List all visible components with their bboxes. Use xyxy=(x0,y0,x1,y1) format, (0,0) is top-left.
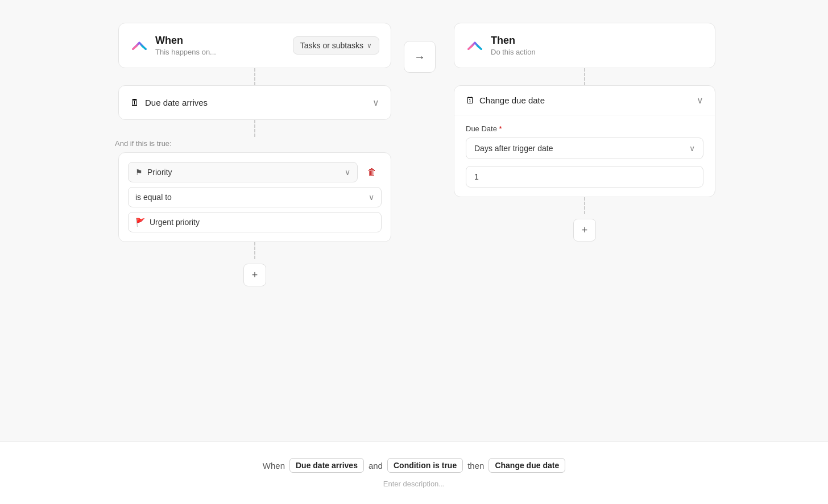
connector-line-1 xyxy=(254,68,255,85)
days-value-input[interactable]: 1 xyxy=(466,166,703,188)
operator-label: is equal to xyxy=(135,193,364,202)
trash-icon: 🗑 xyxy=(367,167,376,177)
description-input[interactable]: Enter description... xyxy=(383,480,445,488)
action-card: 🗓 Change due date ∨ Due Date * Days afte… xyxy=(454,85,715,197)
due-date-field-label: Due Date * xyxy=(466,124,703,133)
summary-trigger-badge[interactable]: Due date arrives xyxy=(289,458,364,473)
when-card-text: When This happens on... xyxy=(155,35,216,56)
tasks-dropdown[interactable]: Tasks or subtasks ∨ xyxy=(293,36,379,55)
action-calendar-icon: 🗓 xyxy=(466,95,475,106)
connector-line-2 xyxy=(254,120,255,137)
flow-arrow: → xyxy=(397,40,442,74)
then-card: Then Do this action xyxy=(454,23,715,68)
action-fields: Due Date * Days after trigger date ∨ 1 xyxy=(454,115,715,197)
condition-label: And if this is true: xyxy=(113,139,172,148)
when-card: When This happens on... Tasks or subtask… xyxy=(118,23,391,68)
action-label: Change due date xyxy=(479,95,692,105)
operator-chevron-icon: ∨ xyxy=(369,193,374,202)
connector-line-3 xyxy=(254,242,255,259)
tasks-dropdown-chevron-icon: ∨ xyxy=(367,41,372,49)
trigger-chevron-icon[interactable]: ∨ xyxy=(372,97,379,108)
required-star: * xyxy=(499,124,502,133)
summary-and-text: and xyxy=(369,461,383,470)
condition-type-chevron-icon: ∨ xyxy=(345,168,350,177)
summary-then-text: then xyxy=(467,461,484,470)
condition-value-label: Urgent priority xyxy=(150,218,200,227)
clickup-logo-icon xyxy=(130,36,148,55)
arrow-box: → xyxy=(404,41,436,73)
tasks-dropdown-label: Tasks or subtasks xyxy=(300,41,363,50)
clickup-logo-icon-right xyxy=(466,36,484,55)
condition-type-dropdown[interactable]: ⚑ Priority ∨ xyxy=(128,162,358,182)
action-type-row[interactable]: 🗓 Change due date ∨ xyxy=(454,86,715,115)
delete-condition-button[interactable]: 🗑 xyxy=(362,163,382,182)
then-title: Then xyxy=(491,35,536,47)
condition-value-row: 🚩 Urgent priority xyxy=(128,212,382,232)
urgent-flag-icon: 🚩 xyxy=(135,218,145,227)
condition-operator-dropdown[interactable]: is equal to ∨ xyxy=(128,187,382,207)
summary-when-text: When xyxy=(263,461,285,470)
action-chevron-icon[interactable]: ∨ xyxy=(697,95,703,106)
calendar-icon: 🗓 xyxy=(130,98,139,108)
right-connector-line-2 xyxy=(584,197,585,214)
summary-condition-badge[interactable]: Condition is true xyxy=(387,458,463,473)
condition-type-label: Priority xyxy=(147,168,340,177)
condition-card: ⚑ Priority ∨ 🗑 is equal to ∨ 🚩 Urgent pr… xyxy=(118,152,391,242)
trigger-label: Due date arrives xyxy=(145,98,367,107)
then-card-text: Then Do this action xyxy=(491,35,536,56)
add-action-button[interactable]: + xyxy=(573,219,596,241)
plus-icon: + xyxy=(252,269,258,281)
when-title: When xyxy=(155,35,216,47)
condition-type-row: ⚑ Priority ∨ 🗑 xyxy=(128,162,382,182)
bottom-summary-bar: When Due date arrives and Condition is t… xyxy=(0,441,828,504)
days-after-chevron-icon: ∨ xyxy=(689,144,695,153)
when-subtitle: This happens on... xyxy=(155,48,216,56)
summary-action-badge[interactable]: Change due date xyxy=(488,458,565,473)
days-after-label: Days after trigger date xyxy=(474,144,553,153)
right-connector-line-1 xyxy=(584,68,585,85)
plus-icon-right: + xyxy=(582,224,588,236)
summary-row: When Due date arrives and Condition is t… xyxy=(263,458,565,473)
priority-flag-icon: ⚑ xyxy=(135,168,143,177)
days-after-dropdown[interactable]: Days after trigger date ∨ xyxy=(466,138,703,159)
then-subtitle: Do this action xyxy=(491,48,536,56)
arrow-icon: → xyxy=(414,51,425,64)
trigger-card: 🗓 Due date arrives ∨ xyxy=(118,85,391,120)
add-condition-button[interactable]: + xyxy=(243,264,266,286)
